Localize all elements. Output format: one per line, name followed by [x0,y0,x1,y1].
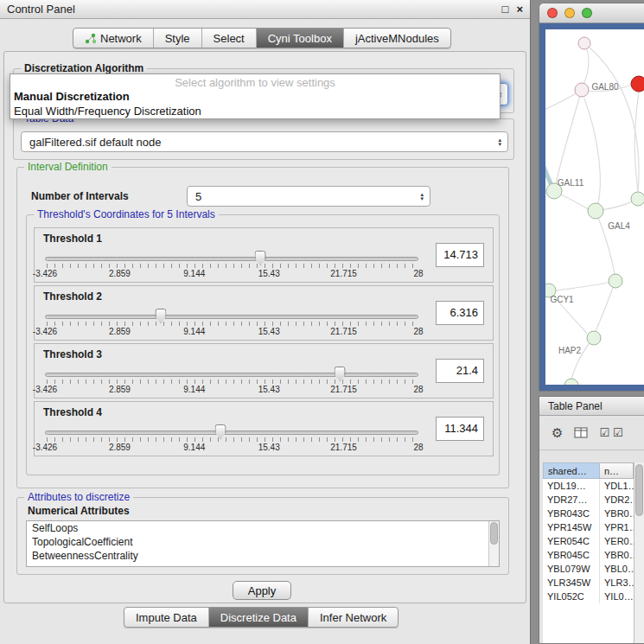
tick-label: -3.426 [33,385,57,394]
table-header-row: shared… n… [543,462,634,479]
column-header-shared-name[interactable]: shared… [543,462,600,479]
settings-gear-icon[interactable]: ⚙ [552,426,563,439]
network-node[interactable] [578,37,590,49]
number-of-intervals-combobox[interactable]: 5 ▴▾ [187,186,430,207]
network-canvas[interactable]: GAL80GAL11GAL4GCY1HAP2 [545,29,644,385]
number-of-intervals-value: 5 [195,190,201,203]
cell-shared-name[interactable]: YDR27… [543,493,600,507]
attribute-list-item[interactable]: BetweennessCentrality [27,549,499,563]
threshold-label: Threshold 4 [43,406,102,418]
node-label-hap2: HAP2 [558,346,582,355]
table-row[interactable]: YPR145WYPR1… [543,520,634,534]
cell-shared-name[interactable]: YER054C [543,534,600,548]
algorithm-group-title: Discretization Algorithm [21,62,147,74]
cell-shared-name[interactable]: YBR045C [543,548,600,562]
threshold-value-field[interactable]: 21.4 [436,359,484,383]
tick-label: 28 [413,443,423,452]
cell-name[interactable]: YPR1… [600,520,634,534]
table-body: YDL19…YDL1…YDR27…YDR2…YBR043CYBR0…YPR145… [543,479,634,643]
cell-shared-name[interactable]: YPR145W [543,520,600,534]
tab-cyni-toolbox[interactable]: Cyni Toolbox [257,29,344,48]
table-scrollbar[interactable] [634,462,644,643]
attribute-list-item[interactable]: SelfLoops [27,521,499,535]
cell-shared-name[interactable]: YBL079W [543,562,600,576]
cell-shared-name[interactable]: YDL19… [543,479,600,493]
cell-name[interactable]: YER0… [600,534,634,548]
dropdown-option-equal-width-frequency[interactable]: Equal Width/Frequency Discretization [10,104,500,118]
network-node[interactable] [575,83,589,97]
attributes-group: Attributes to discretize Numerical Attri… [16,497,509,575]
cell-name[interactable]: YDR2… [600,493,634,507]
tick-label: 9.144 [183,327,205,336]
minimize-traffic-light-icon[interactable] [564,8,575,18]
table-row[interactable]: YIL052CYIL0… [543,590,634,603]
threshold-value-field[interactable]: 11.344 [436,417,484,441]
slider-track[interactable] [45,373,418,377]
close-traffic-light-icon[interactable] [547,8,558,18]
slider-track[interactable] [45,257,418,261]
attributes-scrollbar[interactable] [488,521,499,566]
tab-jactivemnodules[interactable]: jActiveMNodules [344,29,450,48]
zoom-traffic-light-icon[interactable] [582,8,592,18]
cell-name[interactable]: YBR0… [600,548,634,562]
network-graph[interactable]: GAL80GAL11GAL4GCY1HAP2 [545,29,644,385]
tick-label: 9.144 [183,269,205,278]
apply-button[interactable]: Apply [233,581,291,600]
network-node[interactable] [564,379,578,385]
cell-name[interactable]: YLR3… [600,576,634,590]
table-row[interactable]: YBR045CYBR0… [543,548,634,562]
cell-name[interactable]: YBL0… [600,562,634,576]
cell-shared-name[interactable]: YIL052C [543,590,600,603]
float-window-icon[interactable]: □ [502,3,509,15]
cell-name[interactable]: YIL0… [600,590,634,603]
scrollbar-thumb[interactable] [490,522,498,545]
threshold-label: Threshold 3 [43,348,102,360]
node-label-gal4: GAL4 [608,221,630,231]
table-row[interactable]: YER054CYER0… [543,534,634,548]
select-none-checkbox-icon[interactable]: ☑ [613,426,623,439]
network-node[interactable] [609,274,622,288]
dropdown-option-manual-discretization[interactable]: Manual Discretization [10,89,500,104]
tab-network[interactable]: Network [73,29,154,48]
select-all-checkbox-icon[interactable]: ☑ [599,426,609,439]
threshold-value-field[interactable]: 14.713 [436,243,484,267]
tab-select[interactable]: Select [202,29,257,48]
table-row[interactable]: YBR043CYBR0… [543,507,634,520]
threshold-slider[interactable]: -3.4262.8599.14415.4321.71528 [45,249,418,280]
cell-shared-name[interactable]: YBR043C [543,507,600,520]
slider-track[interactable] [45,315,418,319]
tab-discretize-data[interactable]: Discretize Data [209,608,309,627]
threshold-value-field[interactable]: 6.316 [436,301,484,325]
threshold-slider[interactable]: -3.4262.8599.14415.4321.71528 [45,423,418,454]
node-label-gcy1: GCY1 [550,295,574,304]
cell-name[interactable]: YDL1… [600,479,634,493]
slider-track[interactable] [45,430,418,435]
network-node[interactable] [588,203,603,219]
cell-shared-name[interactable]: YLR345W [543,576,600,590]
threshold-2-panel: Threshold 2-3.4262.8599.14415.4321.71528… [34,285,494,341]
threshold-slider[interactable]: -3.4262.8599.14415.4321.71528 [45,365,418,396]
tab-style[interactable]: Style [154,29,202,48]
threshold-slider[interactable]: -3.4262.8599.14415.4321.71528 [45,307,418,338]
attribute-list-item[interactable]: TopologicalCoefficient [27,535,499,549]
selected-network-node[interactable] [631,76,644,92]
cell-name[interactable]: YBR0… [600,507,634,520]
tick-label: 2.859 [109,327,131,336]
table-row[interactable]: YBL079WYBL0… [543,562,634,576]
tick-label: 28 [413,385,423,394]
network-node[interactable] [587,331,601,345]
tab-impute-data[interactable]: Impute Data [124,608,209,627]
scrollbar-thumb[interactable] [635,464,643,516]
table-data-combobox[interactable]: galFiltered.sif default node ▴▾ [21,131,508,152]
table-row[interactable]: YDR27…YDR2… [543,493,634,507]
close-icon[interactable]: × [516,3,523,15]
tick-label: 15.43 [258,327,280,336]
show-columns-icon[interactable] [574,427,588,438]
thresholds-group-title: Threshold's Coordinates for 5 Intervals [34,208,219,220]
threshold-label: Threshold 1 [43,233,102,245]
table-row[interactable]: YLR345WYLR3… [543,576,634,590]
column-header-name[interactable]: n… [600,462,634,479]
table-row[interactable]: YDL19…YDL1… [543,479,634,493]
tab-infer-network[interactable]: Infer Network [309,608,398,627]
network-node[interactable] [631,192,644,206]
